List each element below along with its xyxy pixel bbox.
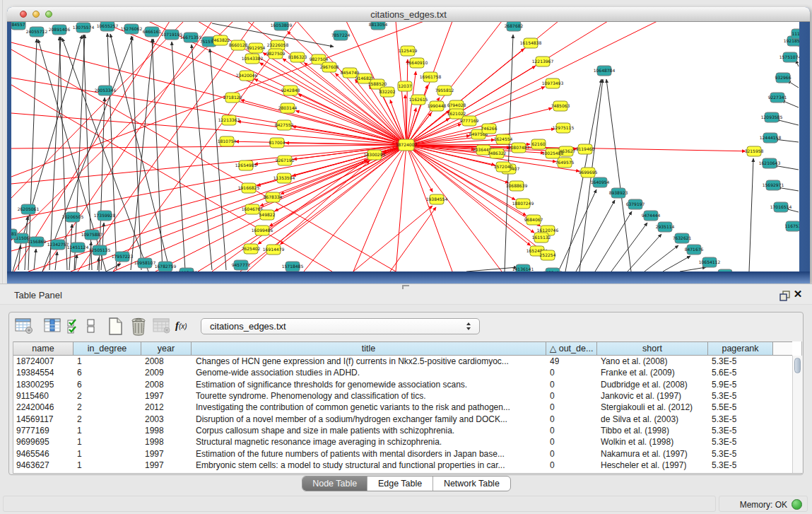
graph-node-label: 6379197 bbox=[626, 201, 645, 206]
graph-node-label: 16099486 bbox=[252, 228, 273, 233]
graph-node-label: 20053346 bbox=[95, 88, 117, 93]
graph-node-label: 15692971 bbox=[763, 182, 784, 187]
table-row[interactable]: 1830029562008Estimation of significance … bbox=[13, 379, 792, 390]
graph-node-label: 12505135 bbox=[89, 247, 111, 252]
column-header-name[interactable]: name bbox=[13, 341, 73, 356]
graph-node-label: 9684067 bbox=[524, 217, 543, 222]
table-cell: 5.5E-5 bbox=[712, 402, 736, 413]
column-header-pagerank[interactable]: pagerank bbox=[708, 341, 773, 356]
graph-node-label: 18300295 bbox=[364, 152, 386, 157]
graph-node-label: 9119460 bbox=[576, 146, 595, 151]
graph-node-label: 11173 bbox=[792, 31, 799, 36]
graph-node-label: 746266 bbox=[481, 126, 498, 131]
graph-node-label: 10025488 bbox=[542, 151, 564, 156]
table-cell: 1 bbox=[77, 460, 82, 471]
table-cell: Changes of HCN gene expression and I(f) … bbox=[196, 356, 509, 367]
panel-resize-grip[interactable] bbox=[402, 285, 409, 289]
column-header-short[interactable]: short bbox=[597, 341, 708, 356]
column-header-year[interactable]: year bbox=[141, 341, 192, 356]
graph-node-label: 10654112 bbox=[699, 259, 721, 264]
table-scrollbar[interactable] bbox=[792, 356, 802, 473]
table-row[interactable]: 911546021997Tourette syndrome. Phenomeno… bbox=[13, 390, 792, 402]
table-row[interactable]: 946554611997Estimation of the future num… bbox=[13, 448, 792, 460]
graph-node-label: 10807487 bbox=[508, 145, 530, 150]
table-settings-icon[interactable] bbox=[15, 317, 34, 335]
memory-status-label: Memory: OK bbox=[740, 500, 787, 510]
graph-node-label: 8678334 bbox=[264, 194, 283, 199]
graph-node-label: 10543382 bbox=[242, 56, 264, 61]
delete-icon[interactable] bbox=[129, 317, 148, 336]
graph-node-label: 10655257 bbox=[97, 23, 119, 28]
graph-node-label: 8471676 bbox=[685, 247, 704, 252]
graph-node-label: 14136141 bbox=[512, 267, 534, 271]
graph-node-label: 13075574 bbox=[73, 25, 95, 30]
table-cell: 2 bbox=[77, 390, 82, 402]
network-canvas[interactable]: 8455724055712208914061307557410655257152… bbox=[11, 22, 799, 271]
table-cell: 1 bbox=[77, 356, 82, 367]
function-icon[interactable]: f(x) bbox=[175, 319, 187, 332]
table-row[interactable]: 977716911998Corpus callosum shape and si… bbox=[13, 425, 792, 436]
graph-node-label: 9457771 bbox=[232, 262, 251, 267]
table-cell: 0 bbox=[550, 390, 555, 402]
graph-node-label: 16671355 bbox=[180, 35, 202, 40]
table-row[interactable]: 969969511998Structural magnetic resonanc… bbox=[13, 436, 792, 448]
graph-node-label: 10975887 bbox=[81, 232, 103, 237]
graph-node-label: 16120746 bbox=[537, 228, 559, 233]
rows-icon[interactable] bbox=[86, 317, 97, 335]
close-panel-icon[interactable]: ✕ bbox=[792, 288, 804, 300]
column-header-in_degree[interactable]: in_degree bbox=[73, 341, 141, 356]
graph-node-label: 7463822 bbox=[211, 37, 230, 42]
graph-node-label: 8660128 bbox=[229, 42, 248, 47]
graph-node-label: 12342757 bbox=[47, 242, 69, 247]
graph-node-label: 18807249 bbox=[512, 201, 534, 206]
table-row[interactable]: 1456911722003Disruption of a novel membe… bbox=[13, 414, 792, 425]
graph-node-label: 9242848 bbox=[281, 88, 300, 93]
table-cell: 2003 bbox=[145, 414, 164, 425]
table-cell: 2008 bbox=[145, 379, 164, 390]
graph-node-label: 16210643 bbox=[759, 160, 781, 165]
column-header-title[interactable]: title bbox=[192, 341, 546, 356]
tab-node-table[interactable]: Node Table bbox=[302, 477, 367, 491]
table-row[interactable]: 1938455462009Genome-wide association stu… bbox=[13, 367, 792, 378]
network-graph: 8455724055712208914061307557410655257152… bbox=[11, 22, 799, 271]
table-cell: Stergiakouli et al. (2012) bbox=[601, 402, 693, 413]
table-row[interactable]: 946362711997Embryonic stem cells: a mode… bbox=[13, 460, 792, 471]
graph-node-label: 6466161 bbox=[143, 29, 162, 34]
graph-node-label: 12037 bbox=[398, 83, 411, 88]
table-row[interactable]: 1872400712008Changes of HCN gene express… bbox=[13, 356, 792, 367]
table-cell: Wolkin et al. (1998) bbox=[601, 436, 673, 448]
graph-node-label: 19384554 bbox=[426, 197, 448, 201]
table-cell: 14569117 bbox=[16, 414, 54, 425]
column-select-icon[interactable] bbox=[43, 317, 62, 335]
graph-node-label: 6794028 bbox=[447, 103, 466, 107]
graph-node-label: 10648784 bbox=[594, 68, 616, 73]
new-document-icon[interactable] bbox=[106, 317, 124, 336]
graph-node-label: 12654985 bbox=[235, 163, 257, 168]
table-row[interactable]: 2242004622012Investigating the contribut… bbox=[13, 402, 792, 413]
graph-node-label: 16046766 bbox=[242, 206, 264, 211]
tab-network-table[interactable]: Network Table bbox=[433, 477, 510, 491]
float-window-icon[interactable] bbox=[779, 290, 791, 302]
tab-edge-table[interactable]: Edge Table bbox=[367, 477, 433, 491]
graph-node-label: 1162615 bbox=[409, 97, 428, 102]
graph-node-label: 9827504 bbox=[310, 57, 329, 62]
graph-node-label: 17359928 bbox=[94, 213, 116, 218]
graph-node-label: 15718485 bbox=[282, 264, 304, 269]
graph-node-label: 817004 bbox=[269, 140, 286, 145]
table-cell: Hescheler et al. (1997) bbox=[601, 460, 686, 471]
table-selector-dropdown[interactable]: citations_edges.txt bbox=[201, 318, 480, 334]
table-cell: 2008 bbox=[145, 356, 164, 367]
table-scrollbar-thumb[interactable] bbox=[794, 358, 801, 373]
network-window-titlebar[interactable]: citations_edges.txt bbox=[7, 7, 810, 22]
table-cell: 1 bbox=[77, 425, 82, 436]
table-cell: Estimation of significance thresholds fo… bbox=[196, 379, 467, 390]
disabled-table-icon[interactable] bbox=[152, 317, 171, 335]
graph-node-label: 9267190 bbox=[276, 158, 295, 163]
network-window: citations_edges.txt 84557240557122089140… bbox=[7, 7, 810, 284]
table-cell: Genome-wide association studies in ADHD. bbox=[196, 367, 360, 378]
checklist-icon[interactable] bbox=[66, 317, 82, 335]
graph-node-label: 10973493 bbox=[542, 81, 564, 86]
column-header-out_de...[interactable]: △ out_de... bbox=[546, 341, 597, 356]
table-cell: 2009 bbox=[145, 367, 164, 378]
graph-node-label: 84557 bbox=[11, 22, 25, 27]
